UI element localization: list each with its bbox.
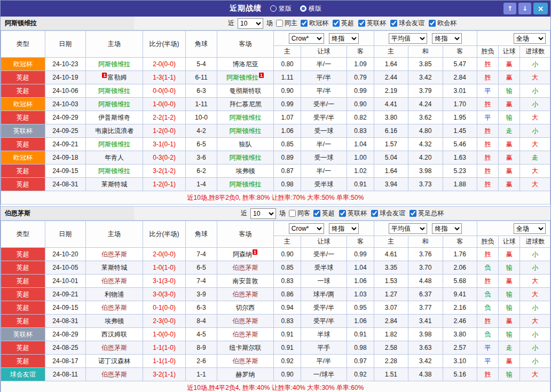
eu-home-odds: 2.84 xyxy=(374,315,408,328)
league-checkbox[interactable] xyxy=(358,20,365,27)
same-venue-checkbox[interactable] xyxy=(289,210,296,217)
ah-line: 受半/一 xyxy=(301,248,347,261)
team-name-cell: 伯恩茅斯 xyxy=(217,288,274,301)
team-section-villa: 阿斯顿维拉 近 10 场 同主 欧冠杯英超英联杯球会友谊欧会杯 类型 xyxy=(1,17,550,205)
corner-score: 6-2 xyxy=(186,164,217,178)
ah-away-odds: 0.99 xyxy=(347,84,374,98)
scope-select[interactable]: 全场 xyxy=(514,223,546,234)
ah-away-odds: 0.79 xyxy=(347,71,374,84)
team-name: 阿斯顿维拉 xyxy=(230,114,262,121)
league-checkbox[interactable] xyxy=(429,20,436,27)
col-home: 主场 xyxy=(86,31,143,58)
games-label: 场 xyxy=(266,19,273,28)
team-name: 埃弗顿 xyxy=(105,317,124,325)
match-date: 24-08-17 xyxy=(45,355,86,368)
col-eu-away: 客 xyxy=(443,236,477,248)
league-checkbox[interactable] xyxy=(301,20,308,27)
match-type-badge: 英超 xyxy=(1,301,45,315)
col-score: 比分(半场) xyxy=(143,221,186,248)
league-checkbox[interactable] xyxy=(410,210,416,217)
league-filter[interactable]: 球会友谊 xyxy=(390,19,424,28)
team-name-cell: 博洛尼亚 xyxy=(217,58,274,71)
match-row: 英超24-10-20伯恩茅斯2-0(0-0)7-4阿森纳10.90受半/一0.9… xyxy=(1,248,550,261)
league-checkbox[interactable] xyxy=(339,210,346,217)
team-name-cell: 阿斯顿维拉 xyxy=(217,111,274,124)
goals-result: 大 xyxy=(520,315,550,328)
team-section-bournemouth: 伯恩茅斯 近 10 场 同客 英超英联杯球会友谊英足总杯 类型 xyxy=(1,206,550,392)
match-date: 24-08-11 xyxy=(45,368,86,381)
ah-line: 平/半 xyxy=(301,355,347,368)
same-venue-filter[interactable]: 同客 xyxy=(289,209,310,218)
result-outcome: 胜 xyxy=(477,178,498,191)
league-filter[interactable]: 英超 xyxy=(313,209,335,218)
match-type-badge: 英超 xyxy=(1,288,45,301)
same-venue-checkbox[interactable] xyxy=(276,20,283,27)
games-count-select[interactable]: 10 xyxy=(250,208,276,219)
team-name-cell: 伊普斯维奇 xyxy=(86,111,143,124)
move-down-button[interactable]: ↓ xyxy=(518,3,531,14)
handicap-result: 赢 xyxy=(499,315,520,328)
handicap-result: 赢 xyxy=(499,151,520,164)
team-name-cell: 伯恩茅斯 xyxy=(217,355,274,368)
eu-home-odds: 4.41 xyxy=(374,98,408,111)
team-name: 伊普斯维奇 xyxy=(98,114,130,121)
match-row: 英超24-08-31莱斯特城1-2(0-1)1-4阿斯顿维拉0.98受半球0.9… xyxy=(1,178,550,191)
average-odds-select[interactable]: 平均值 xyxy=(389,33,427,44)
corner-score: 10-0 xyxy=(186,111,217,124)
eu-draw-odds: 3.42 xyxy=(408,71,443,84)
league-filter[interactable]: 英联杯 xyxy=(339,209,367,218)
layout-vertical-radio[interactable]: 竖版 xyxy=(270,4,292,13)
final-odds-select[interactable]: 终指 xyxy=(329,33,359,44)
close-button[interactable]: × xyxy=(533,3,548,14)
goals-result: 小 xyxy=(520,341,550,355)
average-odds-select[interactable]: 平均值 xyxy=(389,223,427,234)
eu-home-odds: 3.07 xyxy=(374,301,408,315)
league-checkbox[interactable] xyxy=(390,20,397,27)
eu-draw-odds: 3.42 xyxy=(408,355,443,368)
same-venue-filter[interactable]: 同主 xyxy=(276,19,297,28)
eu-away-odds: 5.16 xyxy=(443,368,477,381)
scope-select[interactable]: 全场 xyxy=(514,33,546,44)
col-goals: 进球数 xyxy=(520,236,550,248)
ah-line: 半/一 xyxy=(301,58,347,71)
league-label: 英联杯 xyxy=(367,19,386,28)
match-date: 24-08-29 xyxy=(45,328,86,341)
col-ah-line: 让球 xyxy=(301,236,347,248)
league-filter[interactable]: 英超 xyxy=(333,19,354,28)
eu-draw-odds: 3.77 xyxy=(408,301,443,315)
league-filter[interactable]: 欧会杯 xyxy=(429,19,456,28)
scope-controls: 全场 xyxy=(477,31,550,46)
team-name: 年青人 xyxy=(105,154,124,161)
match-type-badge: 英超 xyxy=(1,111,45,124)
eu-draw-odds: 3.62 xyxy=(408,111,443,124)
bookmaker-select[interactable]: Crow* xyxy=(289,223,324,234)
league-checkbox[interactable] xyxy=(333,20,340,27)
league-filter[interactable]: 欧冠杯 xyxy=(301,19,328,28)
final-odds-select[interactable]: 终指 xyxy=(329,223,359,234)
near-label: 近 xyxy=(228,19,234,28)
bookmaker-select[interactable]: Crow* xyxy=(289,33,324,44)
match-row: 英超24-09-15阿斯顿维拉3-2(1-2)6-2埃弗顿0.87半/一1.02… xyxy=(1,164,550,178)
league-filter[interactable]: 英联杯 xyxy=(358,19,386,28)
league-checkbox[interactable] xyxy=(371,210,378,217)
team-name: 莱斯特城 xyxy=(101,264,127,271)
corner-score: 1-1 xyxy=(186,368,217,381)
col-eu-away: 客 xyxy=(443,46,477,58)
team-name: 伯恩茅斯 xyxy=(233,331,258,338)
move-up-button[interactable]: ↑ xyxy=(503,3,516,14)
eu-home-odds: 1.27 xyxy=(374,288,408,301)
league-filter[interactable]: 英足总杯 xyxy=(410,209,444,218)
handicap-result: 输 xyxy=(499,328,520,341)
final-odds-select[interactable]: 终指 xyxy=(432,33,462,44)
goals-result: 大 xyxy=(520,138,550,151)
team-name: 阿斯顿维拉 xyxy=(230,154,262,161)
league-filter[interactable]: 球会友谊 xyxy=(371,209,405,218)
match-date: 24-09-15 xyxy=(45,164,86,178)
final-odds-select[interactable]: 终指 xyxy=(432,223,462,234)
match-score: 1-2(0-1) xyxy=(143,178,186,191)
games-count-select[interactable]: 10 xyxy=(238,18,263,29)
league-checkbox[interactable] xyxy=(313,210,320,217)
eu-away-odds: 1.76 xyxy=(443,248,477,261)
layout-horizontal-radio[interactable]: 横版 xyxy=(300,4,321,13)
goals-result: 小 xyxy=(520,261,550,275)
